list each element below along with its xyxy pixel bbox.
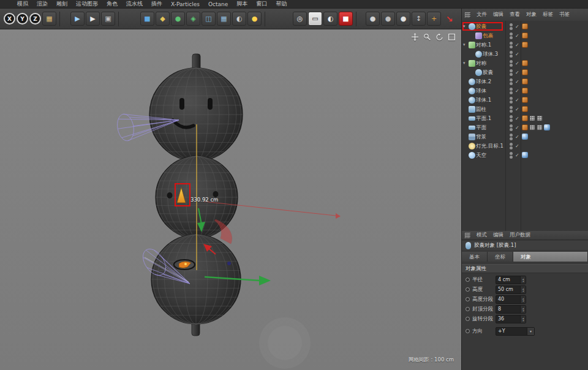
- light-icon[interactable]: [469, 143, 475, 149]
- object-row[interactable]: 平面.1✓: [462, 114, 588, 123]
- visibility-dots[interactable]: [510, 97, 513, 104]
- record-button[interactable]: ■: [339, 12, 353, 26]
- dots-tag-icon[interactable]: [537, 115, 543, 121]
- spline-primitive-button[interactable]: ●: [171, 12, 185, 26]
- visibility-dots[interactable]: [510, 152, 513, 159]
- object-label[interactable]: 对称: [476, 59, 486, 68]
- render-view-button[interactable]: ▶: [70, 12, 85, 26]
- rotate-icon[interactable]: [435, 33, 443, 41]
- light-button[interactable]: ●: [247, 12, 262, 26]
- object-label[interactable]: 平面.1: [476, 114, 491, 123]
- dots-tag-icon[interactable]: [537, 124, 543, 130]
- object-row[interactable]: 圆柱✓: [462, 105, 588, 114]
- object-label[interactable]: 球体.1: [476, 96, 491, 105]
- spin-down-icon[interactable]: ▾: [522, 309, 524, 312]
- sphere-icon[interactable]: [469, 78, 475, 85]
- enable-check-icon[interactable]: ✓: [515, 96, 519, 105]
- om-menu-item[interactable]: 对象: [526, 11, 537, 18]
- object-label[interactable]: 胶囊: [476, 22, 486, 31]
- om-menu-item[interactable]: 书签: [559, 11, 570, 18]
- scene-nodes-button[interactable]: ▦: [217, 12, 231, 26]
- enable-check-icon[interactable]: ✓: [515, 40, 519, 50]
- orange-tag-icon[interactable]: [522, 42, 528, 48]
- spin-down-icon[interactable]: ▾: [522, 319, 524, 322]
- object-label[interactable]: 圆柱: [476, 105, 486, 114]
- orange-tag-icon[interactable]: [522, 124, 528, 130]
- animation-toggle-icon[interactable]: [466, 317, 470, 321]
- object-row[interactable]: 包裹✓: [462, 31, 588, 40]
- sphere-tag-tag-icon[interactable]: [522, 152, 528, 158]
- spinner-buttons[interactable]: ▴▾: [520, 276, 526, 284]
- cylinder-icon[interactable]: [469, 106, 475, 113]
- enable-check-icon[interactable]: ✓: [515, 142, 519, 151]
- om-menu-item[interactable]: 文件: [477, 11, 487, 18]
- plane-icon[interactable]: [469, 126, 475, 130]
- sky-icon[interactable]: [469, 152, 475, 159]
- capsule-icon[interactable]: [469, 23, 475, 30]
- object-label[interactable]: 球体.2: [476, 77, 491, 86]
- enable-check-icon[interactable]: ✓: [515, 50, 519, 59]
- dots-tag-icon[interactable]: [529, 124, 535, 130]
- symmetry-icon[interactable]: [469, 42, 475, 48]
- menubar-item[interactable]: 脚本: [236, 0, 247, 8]
- enable-check-icon[interactable]: ✓: [515, 77, 519, 86]
- orange-tag-icon[interactable]: [522, 32, 528, 39]
- spinner-buttons[interactable]: ▴▾: [520, 286, 526, 293]
- visibility-dots[interactable]: [510, 51, 513, 58]
- number-input[interactable]: 4 cm▴▾: [496, 276, 526, 284]
- menubar-item[interactable]: 流水线: [126, 0, 143, 8]
- pan-icon[interactable]: [411, 33, 419, 41]
- visibility-dots[interactable]: [510, 32, 513, 40]
- visibility-dots[interactable]: [510, 78, 513, 86]
- render-picture-viewer-button[interactable]: ▶: [86, 12, 100, 26]
- expand-arrow-icon[interactable]: ▾: [463, 40, 466, 50]
- object-label[interactable]: 背景: [476, 132, 486, 142]
- background-icon[interactable]: [469, 134, 475, 140]
- visibility-dots[interactable]: [510, 115, 513, 123]
- orange-tag-icon[interactable]: [522, 106, 528, 112]
- visibility-dots[interactable]: [510, 42, 513, 49]
- mograph-button[interactable]: ◈: [186, 12, 200, 26]
- enable-check-icon[interactable]: ✓: [515, 22, 519, 31]
- number-input[interactable]: 40▴▾: [496, 295, 526, 304]
- object-row[interactable]: 天空✓: [462, 151, 588, 160]
- reset-arrow-button[interactable]: ↘: [442, 12, 456, 26]
- wrap-icon[interactable]: [475, 32, 482, 39]
- object-row[interactable]: 球体.2✓: [462, 77, 588, 86]
- spin-down-icon[interactable]: ▾: [522, 280, 524, 282]
- enable-check-icon[interactable]: ✓: [515, 132, 519, 142]
- enable-check-icon[interactable]: ✓: [515, 123, 519, 132]
- symmetry-icon[interactable]: [469, 60, 475, 67]
- enable-check-icon[interactable]: ✓: [515, 59, 519, 68]
- menubar-item[interactable]: 插件: [151, 0, 162, 8]
- target-button[interactable]: ◎: [293, 12, 307, 26]
- menubar-item[interactable]: 模拟: [17, 0, 28, 8]
- object-label[interactable]: 包裹: [483, 31, 493, 40]
- om-menu-item[interactable]: 编辑: [493, 11, 503, 18]
- pen-tool-button[interactable]: ◆: [156, 12, 170, 26]
- spin-down-icon[interactable]: ▾: [522, 290, 524, 292]
- enable-check-icon[interactable]: ✓: [515, 105, 519, 114]
- am-menu-item[interactable]: 模式: [477, 232, 487, 239]
- object-row[interactable]: ▾对称✓: [462, 59, 588, 68]
- expand-arrow-icon[interactable]: ▾: [463, 59, 466, 68]
- dots-tag-icon[interactable]: [529, 115, 535, 121]
- z-axis-lock-button[interactable]: Z: [29, 13, 41, 25]
- maximize-icon[interactable]: [448, 33, 456, 41]
- menubar-item[interactable]: 渲染: [37, 0, 48, 8]
- material-ball-3[interactable]: ●: [396, 12, 410, 26]
- object-row[interactable]: 胶囊✓: [462, 68, 588, 77]
- visibility-dots[interactable]: [510, 124, 513, 132]
- object-row[interactable]: 球体.1✓: [462, 96, 588, 105]
- object-label[interactable]: 对称.1: [476, 40, 491, 50]
- visibility-dots[interactable]: [510, 134, 513, 141]
- y-axis-lock-button[interactable]: Y: [17, 13, 28, 25]
- visibility-dots[interactable]: [510, 69, 513, 77]
- attribute-tab[interactable]: 对象: [513, 252, 588, 262]
- enable-check-icon[interactable]: ✓: [515, 114, 519, 123]
- menubar-item[interactable]: 帮助: [276, 0, 287, 8]
- attribute-tab[interactable]: 基本: [462, 252, 488, 262]
- object-label[interactable]: 胶囊: [483, 68, 493, 77]
- spin-down-icon[interactable]: ▾: [522, 300, 524, 302]
- am-menu-item[interactable]: 编辑: [493, 232, 503, 239]
